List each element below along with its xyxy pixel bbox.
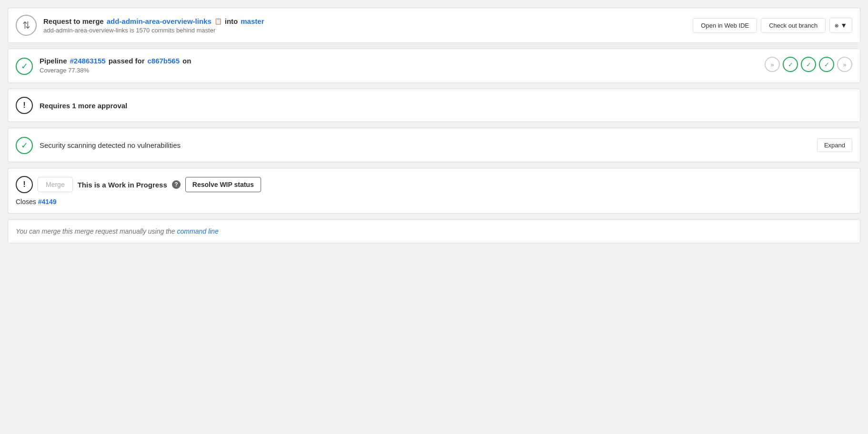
- target-branch-link[interactable]: master: [241, 17, 264, 25]
- git-icon: ⎈: [835, 21, 838, 29]
- stage-skip-1[interactable]: »: [765, 57, 780, 72]
- title-line: Request to merge add-admin-area-overview…: [43, 17, 686, 25]
- check-out-branch-button[interactable]: Check out branch: [761, 18, 826, 33]
- more-actions-button[interactable]: ⎈ ▼: [829, 18, 852, 33]
- pipeline-label: Pipeline: [40, 57, 67, 65]
- pipeline-id-link[interactable]: #24863155: [70, 57, 106, 65]
- approval-card: ! Requires 1 more approval: [8, 89, 860, 122]
- expand-button[interactable]: Expand: [817, 138, 852, 152]
- open-web-ide-button[interactable]: Open in Web IDE: [693, 18, 757, 33]
- issue-link[interactable]: #4149: [38, 198, 57, 206]
- wip-text: This is a Work in Progress: [78, 181, 167, 189]
- pipeline-status-icon: ✓: [16, 58, 33, 75]
- command-line-link[interactable]: command line: [177, 227, 219, 235]
- commit-hash-link[interactable]: c867b565: [147, 57, 180, 65]
- coverage-text: Coverage 77.38%: [40, 67, 765, 74]
- command-line-text: You can merge this merge request manuall…: [16, 227, 219, 235]
- wip-help-icon[interactable]: ?: [172, 180, 181, 189]
- merge-card: ! Merge This is a Work in Progress ? Res…: [8, 168, 860, 214]
- stage-passed-3[interactable]: ✓: [819, 57, 834, 72]
- command-line-prefix: You can merge this merge request manuall…: [16, 227, 175, 235]
- chevron-down-icon: ▼: [840, 21, 847, 29]
- pipeline-row: ✓ Pipeline #24863155 passed for c867b565…: [16, 57, 765, 75]
- wip-alert-icon: !: [16, 176, 33, 193]
- stage-passed-1[interactable]: ✓: [783, 57, 798, 72]
- request-to-merge-text: Request to merge: [43, 17, 104, 25]
- pipeline-info: Pipeline #24863155 passed for c867b565 o…: [40, 57, 765, 74]
- approval-text: Requires 1 more approval: [40, 102, 127, 110]
- header-text: Request to merge add-admin-area-overview…: [43, 17, 686, 34]
- header-actions: Open in Web IDE Check out branch ⎈ ▼: [693, 18, 852, 33]
- branch-subtitle: add-admin-area-overview-links is 1570 co…: [43, 27, 686, 34]
- merge-icon: ⇅: [16, 15, 37, 36]
- resolve-wip-button[interactable]: Resolve WIP status: [185, 177, 261, 192]
- on-text: on: [182, 57, 191, 65]
- security-text: Security scanning detected no vulnerabil…: [40, 141, 810, 149]
- merge-row: ! Merge This is a Work in Progress ? Res…: [16, 176, 852, 193]
- into-text: into: [225, 17, 238, 25]
- pipeline-stages: » ✓ ✓ ✓ »: [765, 57, 852, 72]
- command-line-card: You can merge this merge request manuall…: [8, 219, 860, 243]
- stage-passed-2[interactable]: ✓: [801, 57, 816, 72]
- security-card: ✓ Security scanning detected no vulnerab…: [8, 128, 860, 162]
- copy-icon[interactable]: 📋: [214, 18, 222, 25]
- header-card: ⇅ Request to merge add-admin-area-overvi…: [8, 8, 860, 43]
- stage-skip-2[interactable]: »: [837, 57, 852, 72]
- merge-button[interactable]: Merge: [38, 177, 73, 192]
- pipeline-inner: ✓ Pipeline #24863155 passed for c867b565…: [16, 57, 852, 75]
- approval-alert-icon: !: [16, 97, 33, 114]
- pipeline-card: ✓ Pipeline #24863155 passed for c867b565…: [8, 49, 860, 83]
- passed-text: passed for: [109, 57, 145, 65]
- closes-line: Closes #4149: [16, 198, 852, 206]
- closes-label: Closes: [16, 198, 36, 206]
- pipeline-title: Pipeline #24863155 passed for c867b565 o…: [40, 57, 765, 65]
- security-status-icon: ✓: [16, 137, 33, 154]
- source-branch-link[interactable]: add-admin-area-overview-links: [107, 17, 212, 25]
